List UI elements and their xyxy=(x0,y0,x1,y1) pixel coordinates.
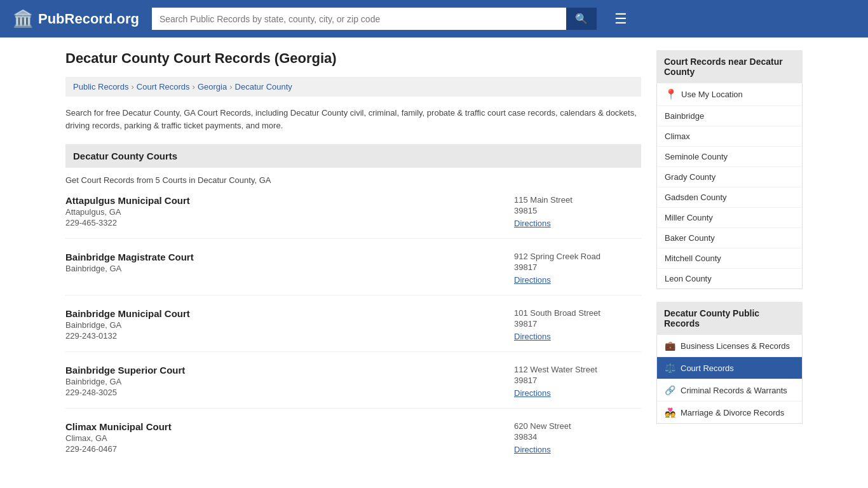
breadcrumb-sep-1: › xyxy=(131,82,133,92)
sidebar: Court Records near Decatur County 📍 Use … xyxy=(656,50,803,477)
directions-link[interactable]: Directions xyxy=(514,275,551,285)
breadcrumb-decatur-county[interactable]: Decatur County xyxy=(235,82,292,92)
nearby-link[interactable]: Climax xyxy=(657,126,802,146)
nearby-link[interactable]: Gadsden County xyxy=(657,187,802,207)
court-city: Bainbridge, GA xyxy=(65,320,190,330)
court-zip: 39817 xyxy=(514,319,641,329)
court-address: 620 New Street xyxy=(514,421,641,431)
court-address: 115 Main Street xyxy=(514,195,641,205)
court-city: Bainbridge, GA xyxy=(65,264,194,273)
nearby-link[interactable]: Bainbridge xyxy=(657,106,802,126)
court-entry: Attapulgus Municipal Court Attapulgus, G… xyxy=(65,195,641,239)
site-header: 🏛️ PubRecord.org 🔍 ☰ xyxy=(0,0,868,37)
court-zip: 39817 xyxy=(514,262,641,272)
court-zip: 39817 xyxy=(514,376,641,385)
search-input[interactable] xyxy=(152,8,566,30)
court-phone: 229-246-0467 xyxy=(65,444,172,454)
search-button[interactable]: 🔍 xyxy=(566,8,597,30)
nearby-link[interactable]: Miller County xyxy=(657,208,802,227)
directions-link[interactable]: Directions xyxy=(514,388,551,398)
nearby-link[interactable]: Seminole County xyxy=(657,147,802,166)
court-right-4: 620 New Street 39834 Directions xyxy=(514,421,641,454)
nearby-list-item[interactable]: Miller County xyxy=(657,208,802,228)
public-record-item[interactable]: 💑 Marriage & Divorce Records xyxy=(657,402,802,423)
logo-text: PubRecord.org xyxy=(38,11,139,27)
page-title: Decatur County Court Records (Georgia) xyxy=(65,50,641,67)
record-icon: 💼 xyxy=(665,341,675,351)
nearby-list-item[interactable]: Seminole County xyxy=(657,147,802,167)
court-phone: 229-243-0132 xyxy=(65,331,190,341)
logo-icon: 🏛️ xyxy=(13,9,33,29)
public-records-header: Decatur County Public Records xyxy=(656,302,803,335)
public-record-link[interactable]: 💑 Marriage & Divorce Records xyxy=(657,402,802,423)
court-city: Climax, GA xyxy=(65,433,172,443)
public-record-label: Criminal Records & Warrants xyxy=(681,386,787,395)
court-address: 112 West Water Street xyxy=(514,365,641,374)
public-records-list: 💼 Business Licenses & Records ⚖️ Court R… xyxy=(656,335,803,424)
nearby-link[interactable]: Leon County xyxy=(657,269,802,288)
directions-link[interactable]: Directions xyxy=(514,445,551,454)
breadcrumb-court-records[interactable]: Court Records xyxy=(137,82,190,92)
court-city: Bainbridge, GA xyxy=(65,377,185,386)
nearby-list-item[interactable]: Gadsden County xyxy=(657,187,802,208)
court-right-1: 912 Spring Creek Road 39817 Directions xyxy=(514,252,641,285)
nearby-header: Court Records near Decatur County xyxy=(656,50,803,83)
search-bar: 🔍 xyxy=(152,8,597,30)
nearby-list: 📍 Use My Location BainbridgeClimaxSemino… xyxy=(656,83,803,289)
directions-link[interactable]: Directions xyxy=(514,219,551,228)
nearby-list-item[interactable]: Baker County xyxy=(657,228,802,248)
court-entry: Bainbridge Magistrate Court Bainbridge, … xyxy=(65,252,641,295)
court-name: Attapulgus Municipal Court xyxy=(65,195,190,206)
public-record-item[interactable]: 🔗 Criminal Records & Warrants xyxy=(657,379,802,402)
courts-list: Attapulgus Municipal Court Attapulgus, G… xyxy=(65,195,641,464)
record-icon: 🔗 xyxy=(665,385,675,395)
court-zip: 39815 xyxy=(514,206,641,215)
public-record-link[interactable]: 🔗 Criminal Records & Warrants xyxy=(657,379,802,401)
court-left-4: Climax Municipal Court Climax, GA 229-24… xyxy=(65,421,172,454)
court-phone: 229-248-3025 xyxy=(65,388,185,397)
court-city: Attapulgus, GA xyxy=(65,207,190,217)
court-left-1: Bainbridge Magistrate Court Bainbridge, … xyxy=(65,252,194,285)
court-right-3: 112 West Water Street 39817 Directions xyxy=(514,365,641,398)
court-entry: Bainbridge Municipal Court Bainbridge, G… xyxy=(65,308,641,352)
nearby-link[interactable]: Mitchell County xyxy=(657,248,802,268)
court-address: 912 Spring Creek Road xyxy=(514,252,641,261)
record-icon: ⚖️ xyxy=(665,363,675,373)
main-content: Decatur County Court Records (Georgia) P… xyxy=(65,50,641,477)
nearby-link[interactable]: Baker County xyxy=(657,228,802,248)
nearby-list-item[interactable]: Climax xyxy=(657,126,802,147)
court-left-3: Bainbridge Superior Court Bainbridge, GA… xyxy=(65,365,185,398)
breadcrumb-sep-2: › xyxy=(193,82,195,92)
nearby-list-item[interactable]: Grady County xyxy=(657,167,802,187)
court-name: Bainbridge Magistrate Court xyxy=(65,252,194,262)
public-record-item[interactable]: 💼 Business Licenses & Records xyxy=(657,335,802,357)
breadcrumb-georgia[interactable]: Georgia xyxy=(198,82,227,92)
use-location-label: Use My Location xyxy=(681,90,743,99)
nearby-list-item[interactable]: Mitchell County xyxy=(657,248,802,269)
public-record-link[interactable]: ⚖️ Court Records xyxy=(657,357,802,379)
nearby-list-item[interactable]: Leon County xyxy=(657,269,802,288)
record-icon: 💑 xyxy=(665,407,675,417)
breadcrumb: Public Records › Court Records › Georgia… xyxy=(65,77,641,97)
public-record-item[interactable]: ⚖️ Court Records xyxy=(657,357,802,379)
court-name: Climax Municipal Court xyxy=(65,421,172,432)
court-left-0: Attapulgus Municipal Court Attapulgus, G… xyxy=(65,195,190,228)
court-right-0: 115 Main Street 39815 Directions xyxy=(514,195,641,228)
public-record-label: Marriage & Divorce Records xyxy=(681,408,784,417)
courts-section-header: Decatur County Courts xyxy=(65,144,641,168)
menu-button[interactable]: ☰ xyxy=(614,12,627,26)
directions-link[interactable]: Directions xyxy=(514,332,551,341)
public-record-link[interactable]: 💼 Business Licenses & Records xyxy=(657,335,802,356)
nearby-link[interactable]: Grady County xyxy=(657,167,802,187)
site-logo[interactable]: 🏛️ PubRecord.org xyxy=(13,9,139,29)
court-entry: Climax Municipal Court Climax, GA 229-24… xyxy=(65,421,641,464)
court-right-2: 101 South Broad Street 39817 Directions xyxy=(514,308,641,341)
court-entry: Bainbridge Superior Court Bainbridge, GA… xyxy=(65,365,641,409)
use-location-item[interactable]: 📍 Use My Location xyxy=(657,83,802,106)
nearby-list-item[interactable]: Bainbridge xyxy=(657,106,802,126)
court-left-2: Bainbridge Municipal Court Bainbridge, G… xyxy=(65,308,190,341)
breadcrumb-sep-3: › xyxy=(229,82,232,92)
breadcrumb-public-records[interactable]: Public Records xyxy=(73,82,128,92)
page-description: Search for free Decatur County, GA Court… xyxy=(65,107,641,132)
main-container: Decatur County Court Records (Georgia) P… xyxy=(53,37,815,488)
